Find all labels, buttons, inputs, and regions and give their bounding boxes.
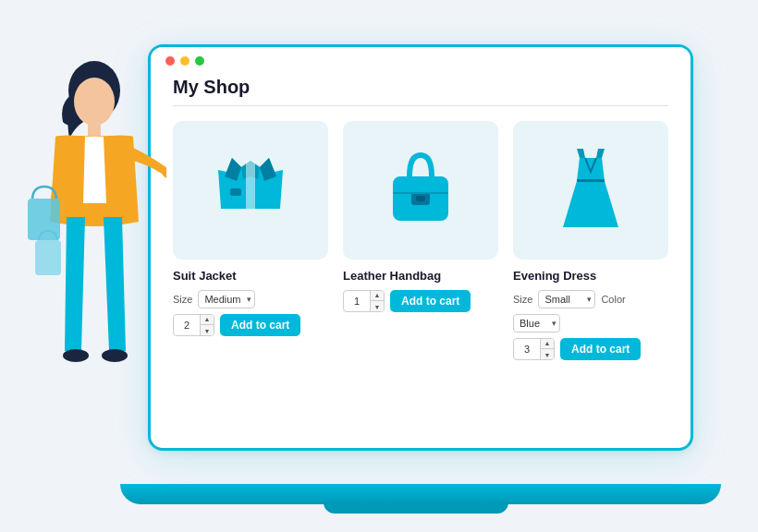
qty-up-leather-handbag[interactable]: ▲ <box>371 290 384 301</box>
svg-rect-2 <box>88 122 101 139</box>
svg-rect-13 <box>577 179 605 182</box>
product-name-suit-jacket: Suit Jacket <box>173 269 328 283</box>
window-chrome <box>151 47 691 66</box>
products-grid: Suit Jacket Size Small Medium Large XL <box>151 121 691 360</box>
product-image-evening-dress <box>513 121 668 260</box>
laptop-base <box>120 484 721 504</box>
size-color-row-evening-dress: Size XS Small Medium Large Color <box>513 290 668 332</box>
qty-arrows-leather-handbag: ▲ ▼ <box>370 290 384 312</box>
product-controls-evening-dress: Size XS Small Medium Large Color <box>513 290 668 360</box>
shop-title: My Shop <box>151 66 691 105</box>
add-to-cart-suit-jacket[interactable]: Add to cart <box>220 314 300 336</box>
laptop-base-foot <box>324 502 508 514</box>
qty-down-leather-handbag[interactable]: ▼ <box>371 301 384 312</box>
color-select-wrapper-evening-dress[interactable]: Blue Red Black White <box>513 314 560 332</box>
qty-down-suit-jacket[interactable]: ▼ <box>201 325 214 336</box>
product-card-suit-jacket: Suit Jacket Size Small Medium Large XL <box>173 121 328 360</box>
qty-row-suit-jacket: ▲ ▼ Add to cart <box>173 314 328 336</box>
product-card-evening-dress: Evening Dress Size XS Small Medium Large <box>513 121 668 360</box>
size-row-suit-jacket: Size Small Medium Large XL <box>173 290 328 308</box>
laptop-container: My Shop <box>120 44 712 488</box>
product-name-leather-handbag: Leather Handbag <box>343 269 498 283</box>
add-to-cart-evening-dress[interactable]: Add to cart <box>560 338 641 360</box>
qty-row-evening-dress: ▲ ▼ Add to cart <box>513 338 668 360</box>
product-controls-suit-jacket: Size Small Medium Large XL <box>173 290 328 336</box>
qty-stepper-leather-handbag[interactable]: ▲ ▼ <box>343 290 385 312</box>
product-controls-leather-handbag: ▲ ▼ Add to cart <box>343 290 498 312</box>
svg-rect-8 <box>230 188 241 196</box>
laptop-screen: My Shop <box>148 44 693 451</box>
svg-rect-11 <box>416 196 425 201</box>
color-label-evening-dress: Color <box>601 294 625 305</box>
size-select-suit-jacket[interactable]: Small Medium Large XL <box>198 290 255 308</box>
product-image-leather-handbag <box>343 121 498 260</box>
title-divider <box>173 105 668 106</box>
leather-handbag-icon <box>384 144 458 236</box>
size-select-wrapper-evening-dress[interactable]: XS Small Medium Large <box>538 290 595 308</box>
woman-figure <box>18 37 166 517</box>
svg-rect-12 <box>393 192 448 194</box>
qty-up-evening-dress[interactable]: ▲ <box>541 338 554 349</box>
size-select-wrapper-suit-jacket[interactable]: Small Medium Large XL <box>198 290 255 308</box>
qty-input-leather-handbag[interactable] <box>344 296 370 307</box>
window-dot-green[interactable] <box>195 56 204 66</box>
svg-point-1 <box>74 78 115 126</box>
size-label-evening-dress: Size <box>513 294 532 305</box>
svg-point-7 <box>102 349 128 362</box>
qty-arrows-suit-jacket: ▲ ▼ <box>200 314 214 336</box>
qty-input-suit-jacket[interactable] <box>174 320 200 331</box>
window-dot-red[interactable] <box>165 56 175 66</box>
qty-input-evening-dress[interactable] <box>514 344 540 355</box>
svg-rect-5 <box>35 240 61 275</box>
color-select-evening-dress[interactable]: Blue Red Black White <box>513 314 560 332</box>
qty-arrows-evening-dress: ▲ ▼ <box>540 338 554 360</box>
product-card-leather-handbag: Leather Handbag ▲ ▼ Add to cart <box>343 121 498 360</box>
qty-row-leather-handbag: ▲ ▼ Add to cart <box>343 290 498 312</box>
suit-jacket-icon <box>214 144 287 236</box>
product-image-suit-jacket <box>173 121 328 260</box>
evening-dress-icon <box>554 144 628 236</box>
size-select-evening-dress[interactable]: XS Small Medium Large <box>538 290 595 308</box>
add-to-cart-leather-handbag[interactable]: Add to cart <box>390 290 471 312</box>
qty-stepper-suit-jacket[interactable]: ▲ ▼ <box>173 314 214 336</box>
qty-down-evening-dress[interactable]: ▼ <box>541 349 554 360</box>
size-label-suit-jacket: Size <box>173 294 192 305</box>
svg-point-6 <box>63 349 89 362</box>
window-dot-yellow[interactable] <box>180 56 190 66</box>
qty-stepper-evening-dress[interactable]: ▲ ▼ <box>513 338 555 360</box>
qty-up-suit-jacket[interactable]: ▲ <box>201 314 214 325</box>
product-name-evening-dress: Evening Dress <box>513 269 668 283</box>
